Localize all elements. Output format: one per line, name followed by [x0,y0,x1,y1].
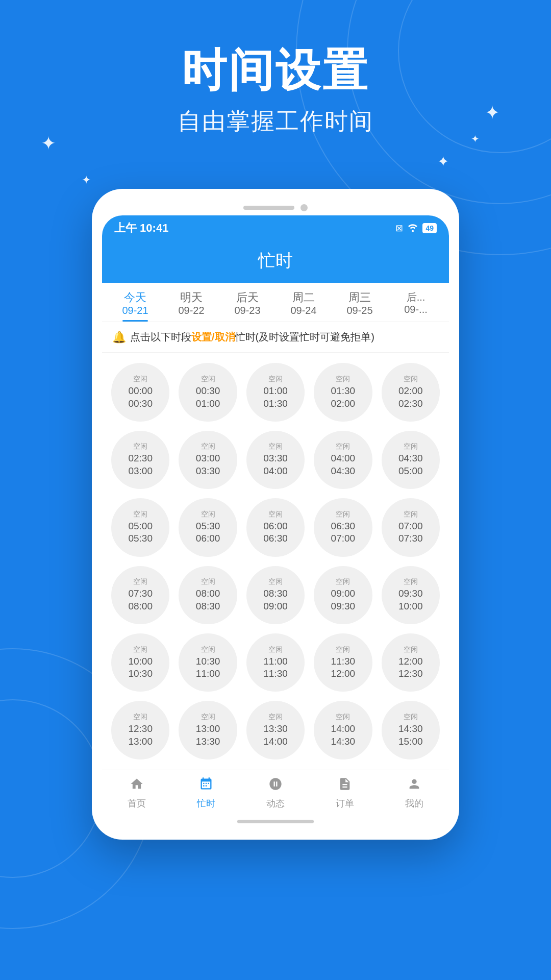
slot-label-3: 空闲 [336,375,350,384]
time-slot-24[interactable]: 空闲 12:0012:30 [382,633,440,692]
nav-home[interactable]: 首页 [102,776,171,810]
slot-time-12: 06:0006:30 [263,520,288,545]
slot-time-23: 11:3012:00 [331,655,356,680]
time-slot-21[interactable]: 空闲 10:3011:00 [179,633,237,692]
time-slot-6[interactable]: 空闲 03:0003:30 [179,431,237,489]
notice-bar: 🔔 点击以下时段设置/取消忙时(及时设置忙时可避免拒单) [102,322,449,353]
nav-profile[interactable]: 我的 [380,776,449,810]
nav-label-dynamic: 动态 [266,797,285,810]
bottom-nav[interactable]: 首页 忙时 动态 订单 [102,770,449,815]
time-slot-12[interactable]: 空闲 06:0006:30 [246,498,305,556]
home-indicator [102,815,449,829]
phone-camera [300,204,308,211]
slot-time-8: 04:0004:30 [331,452,356,477]
time-slot-28[interactable]: 空闲 14:0014:30 [314,701,372,759]
tab-tomorrow[interactable]: 明天 09-22 [163,283,219,322]
time-slot-26[interactable]: 空闲 13:0013:30 [179,701,237,759]
tab-today[interactable]: 今天 09-21 [107,283,163,322]
tab-date-day3: 09-23 [221,304,273,316]
phone-mockup: 上午 10:41 ⊠ 49 忙时 今天 09-21 [92,189,459,840]
slot-time-17: 08:3009:00 [263,587,288,612]
time-slot-1[interactable]: 空闲 00:3001:00 [179,363,237,421]
slot-label-8: 空闲 [336,442,350,451]
time-slot-10[interactable]: 空闲 05:0005:30 [111,498,169,556]
time-slot-3[interactable]: 空闲 01:3002:00 [314,363,372,421]
slot-label-20: 空闲 [133,645,147,654]
time-slot-20[interactable]: 空闲 10:0010:30 [111,633,169,692]
time-slot-9[interactable]: 空闲 04:3005:00 [382,431,440,489]
time-slot-22[interactable]: 空闲 11:0011:30 [246,633,305,692]
nav-busy[interactable]: 忙时 [171,776,241,810]
slot-label-5: 空闲 [133,442,147,451]
time-slot-18[interactable]: 空闲 09:0009:30 [314,566,372,624]
slot-time-0: 00:0000:30 [128,385,153,410]
slot-time-15: 07:3008:00 [128,587,153,612]
nav-label-profile: 我的 [405,797,423,810]
slot-label-22: 空闲 [268,645,283,654]
nav-label-home: 首页 [128,797,146,810]
phone-notch-area [102,199,449,215]
tab-date-tomorrow: 09-22 [165,304,217,316]
orders-icon [338,776,352,795]
time-slot-4[interactable]: 空闲 02:0002:30 [382,363,440,421]
time-slot-8[interactable]: 空闲 04:0004:30 [314,431,372,489]
time-slot-14[interactable]: 空闲 07:0007:30 [382,498,440,556]
tab-day3[interactable]: 后天 09-23 [219,283,276,322]
slot-label-28: 空闲 [336,713,350,722]
tab-more[interactable]: 后... 09-... [388,283,444,322]
time-slot-0[interactable]: 空闲 00:0000:30 [111,363,169,421]
time-slot-25[interactable]: 空闲 12:3013:00 [111,701,169,759]
phone-notch [243,206,294,210]
time-slot-16[interactable]: 空闲 08:0008:30 [179,566,237,624]
time-slot-7[interactable]: 空闲 03:3004:00 [246,431,305,489]
tab-date-tue: 09-24 [278,304,330,316]
slot-time-27: 13:3014:00 [263,723,288,748]
slot-time-9: 04:3005:00 [398,452,423,477]
slot-label-23: 空闲 [336,645,350,654]
battery-icon: 49 [422,223,437,233]
slot-time-16: 08:0008:30 [196,587,220,612]
status-time: 上午 10:41 [114,220,168,236]
tab-tue[interactable]: 周二 09-24 [276,283,332,322]
status-bar: 上午 10:41 ⊠ 49 [102,215,449,241]
tab-label-more: 后... [390,291,442,303]
slot-time-28: 14:0014:30 [331,723,356,748]
slot-label-1: 空闲 [201,375,215,384]
profile-icon [407,776,421,795]
time-slot-2[interactable]: 空闲 01:0001:30 [246,363,305,421]
slot-time-22: 11:0011:30 [263,655,288,680]
time-slot-17[interactable]: 空闲 08:3009:00 [246,566,305,624]
slot-label-17: 空闲 [268,577,283,586]
slot-time-7: 03:3004:00 [263,452,288,477]
tab-wed[interactable]: 周三 09-25 [332,283,388,322]
nav-dynamic[interactable]: 动态 [241,776,310,810]
slot-time-21: 10:3011:00 [196,655,220,680]
slot-label-12: 空闲 [268,510,283,519]
slot-label-27: 空闲 [268,713,283,722]
tab-bar[interactable]: 今天 09-21 明天 09-22 后天 09-23 周二 09-24 周三 [102,283,449,322]
notice-text: 点击以下时段设置/取消忙时(及时设置忙时可避免拒单) [130,330,374,344]
slot-time-24: 12:0012:30 [398,655,423,680]
nav-orders[interactable]: 订单 [310,776,380,810]
slot-label-29: 空闲 [404,713,418,722]
tab-date-wed: 09-25 [334,304,386,316]
time-slot-13[interactable]: 空闲 06:3007:00 [314,498,372,556]
time-slot-29[interactable]: 空闲 14:3015:00 [382,701,440,759]
tab-label-today: 今天 [109,291,161,304]
slot-time-5: 02:3003:00 [128,452,153,477]
tab-date-more: 09-... [390,303,442,315]
time-slot-15[interactable]: 空闲 07:3008:00 [111,566,169,624]
slot-time-4: 02:0002:30 [398,385,423,410]
time-slot-27[interactable]: 空闲 13:3014:00 [246,701,305,759]
time-slot-11[interactable]: 空闲 05:3006:00 [179,498,237,556]
slot-time-11: 05:3006:00 [196,520,220,545]
nav-label-orders: 订单 [336,797,354,810]
phone-screen: 上午 10:41 ⊠ 49 忙时 今天 09-21 [102,215,449,829]
time-slot-5[interactable]: 空闲 02:3003:00 [111,431,169,489]
slot-label-13: 空闲 [336,510,350,519]
busy-icon [199,776,213,795]
slot-time-3: 01:3002:00 [331,385,356,410]
slot-time-29: 14:3015:00 [398,723,423,748]
time-slot-19[interactable]: 空闲 09:3010:00 [382,566,440,624]
time-slot-23[interactable]: 空闲 11:3012:00 [314,633,372,692]
